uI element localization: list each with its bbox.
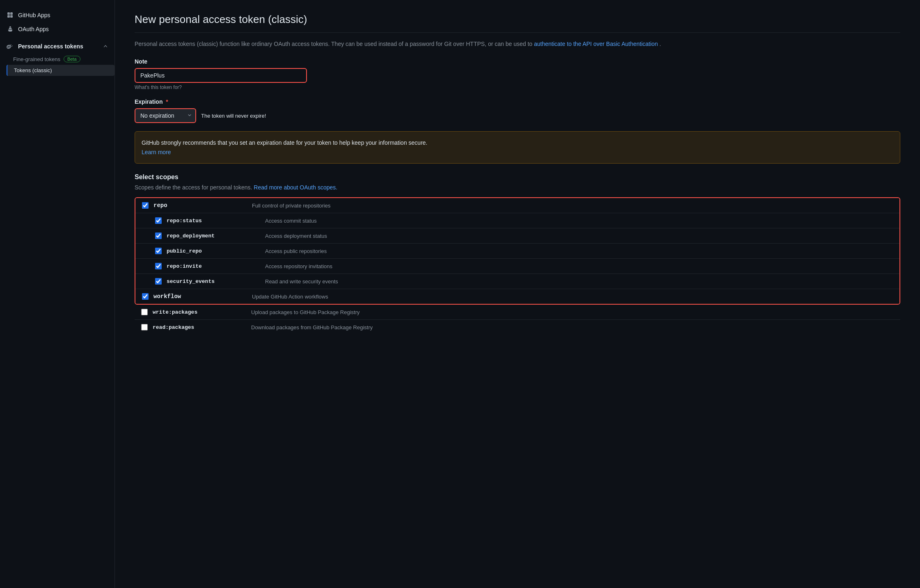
api-auth-link[interactable]: authenticate to the API over Basic Authe… xyxy=(534,41,658,47)
sidebar-fine-grained-label: Fine-grained tokens xyxy=(13,56,60,62)
scope-name-repo-deployment: repo_deployment xyxy=(167,233,265,239)
note-hint: What's this token for? xyxy=(135,84,900,90)
scope-desc-repo: Full control of private repositories xyxy=(252,203,893,209)
scope-row-repo-status: repo:status Access commit status xyxy=(135,213,899,228)
scopes-desc: Scopes define the access for personal to… xyxy=(135,184,900,191)
scope-name-repo: repo xyxy=(153,202,252,209)
scopes-section: Select scopes Scopes define the access f… xyxy=(135,173,900,335)
scope-name-repo-status: repo:status xyxy=(167,218,265,224)
scope-row-workflow: workflow Update GitHub Action workflows xyxy=(135,289,899,304)
sidebar-item-oauth-apps-label: OAuth Apps xyxy=(18,26,49,32)
scope-name-workflow: workflow xyxy=(153,293,252,300)
warning-box: GitHub strongly recommends that you set … xyxy=(135,131,900,164)
sidebar-item-github-apps-label: GitHub Apps xyxy=(18,12,50,18)
description: Personal access tokens (classic) functio… xyxy=(135,39,900,48)
sidebar-item-tokens-classic[interactable]: Tokens (classic) xyxy=(7,65,114,76)
checkbox-repo-deployment[interactable] xyxy=(155,232,162,239)
sidebar-item-fine-grained[interactable]: Fine-grained tokens Beta xyxy=(7,53,114,65)
scope-row-security-events: security_events Read and write security … xyxy=(135,274,899,289)
scope-name-read-packages: read:packages xyxy=(153,324,251,330)
scope-name-security-events: security_events xyxy=(167,278,265,285)
scope-row-repo: repo Full control of private repositorie… xyxy=(135,198,899,213)
person-icon xyxy=(7,25,14,33)
sidebar: GitHub Apps OAuth Apps Personal access t… xyxy=(0,0,115,588)
learn-more-link[interactable]: Learn more xyxy=(142,149,171,155)
checkbox-read-packages[interactable] xyxy=(141,324,148,330)
scope-desc-repo-status: Access commit status xyxy=(265,218,893,224)
beta-badge: Beta xyxy=(64,56,80,62)
scope-desc-repo-deployment: Access deployment status xyxy=(265,233,893,239)
checkbox-write-packages[interactable] xyxy=(141,309,148,315)
required-marker: * xyxy=(166,98,168,105)
checkbox-repo-invite[interactable] xyxy=(155,263,162,269)
checkbox-repo[interactable] xyxy=(142,202,149,209)
note-label: Note xyxy=(135,58,900,65)
sidebar-personal-access-tokens-label: Personal access tokens xyxy=(18,43,83,50)
checkbox-workflow[interactable] xyxy=(142,293,149,300)
warning-text: GitHub strongly recommends that you set … xyxy=(142,139,427,146)
sidebar-personal-access-tokens[interactable]: Personal access tokens xyxy=(0,39,114,53)
sidebar-item-oauth-apps[interactable]: OAuth Apps xyxy=(0,22,114,36)
checkbox-public-repo[interactable] xyxy=(155,248,162,254)
scope-row-repo-deployment: repo_deployment Access deployment status xyxy=(135,228,899,244)
expiration-row: No expiration 7 days 30 days 60 days 90 … xyxy=(135,108,900,123)
scopes-title: Select scopes xyxy=(135,173,900,181)
scope-name-write-packages: write:packages xyxy=(153,309,251,315)
expiration-label: Expiration * xyxy=(135,98,900,105)
scope-desc-repo-invite: Access repository invitations xyxy=(265,263,893,269)
expiration-field-group: Expiration * No expiration 7 days 30 day… xyxy=(135,98,900,123)
page-title: New personal access token (classic) xyxy=(135,13,900,33)
oauth-scopes-link[interactable]: Read more about OAuth scopes. xyxy=(254,184,337,191)
sidebar-item-github-apps[interactable]: GitHub Apps xyxy=(0,8,114,22)
scope-outside-write-packages: write:packages Upload packages to GitHub… xyxy=(135,305,900,320)
main-content: New personal access token (classic) Pers… xyxy=(115,0,920,588)
note-field-group: Note What's this token for? xyxy=(135,58,900,90)
key-icon xyxy=(7,43,14,50)
scope-desc-security-events: Read and write security events xyxy=(265,278,893,285)
chevron-up-icon xyxy=(103,43,108,50)
scopes-table: repo Full control of private repositorie… xyxy=(135,197,900,305)
scope-outside-read-packages: read:packages Download packages from Git… xyxy=(135,320,900,335)
expiration-select[interactable]: No expiration 7 days 30 days 60 days 90 … xyxy=(135,108,196,123)
scope-desc-read-packages: Download packages from GitHub Package Re… xyxy=(251,324,894,330)
expiration-hint: The token will never expire! xyxy=(201,113,266,119)
checkbox-security-events[interactable] xyxy=(155,278,162,285)
scope-row-repo-invite: repo:invite Access repository invitation… xyxy=(135,259,899,274)
scope-row-public-repo: public_repo Access public repositories xyxy=(135,244,899,259)
scope-name-public-repo: public_repo xyxy=(167,248,265,254)
checkbox-repo-status[interactable] xyxy=(155,217,162,224)
scope-name-repo-invite: repo:invite xyxy=(167,263,265,269)
note-input[interactable] xyxy=(135,68,307,83)
grid-icon xyxy=(7,11,14,19)
scope-desc-write-packages: Upload packages to GitHub Package Regist… xyxy=(251,309,894,315)
scope-desc-workflow: Update GitHub Action workflows xyxy=(252,294,893,300)
sidebar-tokens-classic-label: Tokens (classic) xyxy=(14,67,52,73)
expiration-select-wrapper: No expiration 7 days 30 days 60 days 90 … xyxy=(135,108,196,123)
scope-desc-public-repo: Access public repositories xyxy=(265,248,893,254)
